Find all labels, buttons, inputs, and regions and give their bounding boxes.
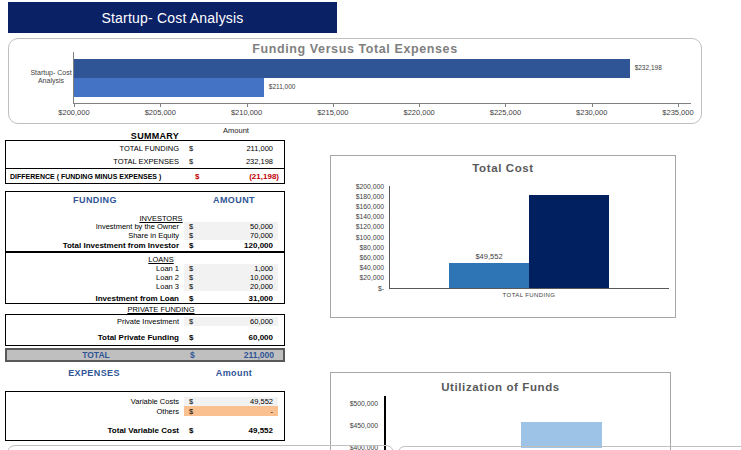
row-value: - [202, 407, 278, 416]
chart-title: Total Cost [331, 162, 675, 174]
row-label: Total Variable Cost [6, 426, 184, 435]
row-amount-cells: $232,198 [184, 155, 278, 168]
row-currency: $ [184, 407, 202, 416]
table-row: TOTAL FUNDING$211,000 [6, 142, 284, 155]
table-row: Loan 2$10,000 [6, 273, 284, 282]
variable-cost-bar [449, 263, 529, 288]
private-funding-subheader: PRIVATE FUNDING [5, 305, 285, 314]
row-label: Total Investment from Investor [6, 241, 184, 250]
y-tick-label: $- [336, 285, 384, 292]
funding-heading: FUNDING [6, 195, 184, 205]
row-label: Loan 2 [6, 273, 184, 282]
x-axis-line [389, 288, 669, 289]
funding-amount-header: AMOUNT [184, 195, 284, 205]
y-tick-label: $120,000 [336, 223, 384, 230]
difference-value: (21,198) [208, 172, 284, 181]
table-row: Loan 3$20,000 [6, 282, 284, 291]
total-row: Total Variable Cost$49,552 [6, 425, 284, 436]
cutoff-section-frame-left [7, 445, 394, 450]
category-axis-label-line1: Startup- Cost [21, 69, 81, 77]
row-amount-cells[interactable]: $60,000 [184, 317, 278, 326]
x-tick-label: $220,000 [389, 108, 449, 117]
row-amount-cells[interactable]: $50,000 [184, 222, 278, 231]
row-label: Others [6, 407, 184, 416]
funds-bar [521, 422, 602, 448]
row-currency: $ [184, 231, 202, 240]
x-tick-mark [505, 103, 506, 107]
expenses-heading: EXPENSES [5, 368, 183, 378]
y-tick-label: $500,000 [335, 400, 378, 407]
expenses-header-row: EXPENSES Amount [5, 367, 285, 378]
row-amount-cells[interactable]: $1,000 [184, 264, 278, 273]
row-currency: $ [184, 273, 202, 282]
loans-subheader-row: LOANS [6, 255, 284, 264]
row-value: 50,000 [202, 222, 278, 231]
row-currency: $ [184, 397, 202, 406]
y-tick-label: $60,000 [336, 254, 384, 261]
row-label: Loan 3 [6, 282, 184, 291]
x-category-label: TOTAL FUNDING [449, 292, 609, 298]
table-row: Investment by the Owner$50,000 [6, 222, 284, 231]
x-tick-mark [592, 103, 593, 107]
row-currency: $ [184, 282, 202, 291]
fixed-cost-bar [529, 195, 609, 288]
funding-vs-expenses-chart: Funding Versus Total Expenses Startup- C… [8, 38, 702, 124]
difference-row: DIFFERENCE ( FUNDING MINUS EXPENSES ) $ … [5, 168, 285, 184]
bar-data-label: $211,000 [269, 83, 296, 90]
row-currency: $ [184, 144, 202, 153]
row-value: 20,000 [202, 282, 278, 291]
y-tick-label: $20,000 [336, 274, 384, 281]
row-currency: $ [184, 333, 202, 342]
loans-rows: Loan 1$1,000Loan 2$10,000Loan 3$20,000In… [6, 264, 284, 304]
total-row: Total Private Funding$60,000 [6, 332, 284, 343]
row-amount-cells: $120,000 [184, 240, 278, 251]
x-tick-label: $200,000 [44, 108, 104, 117]
chart-title: Utilization of Funds [331, 381, 670, 393]
y-tick-label: $180,000 [336, 193, 384, 200]
row-amount-cells: $60,000 [184, 332, 278, 343]
loans-subheader: LOANS [6, 255, 284, 264]
row-amount-cells[interactable]: $10,000 [184, 273, 278, 282]
row-value: 10,000 [202, 273, 278, 282]
row-amount-cells[interactable]: $20,000 [184, 282, 278, 291]
table-row: Loan 1$1,000 [6, 264, 284, 273]
expenses-table: Variable Costs$49,552Others$-Total Varia… [5, 391, 285, 441]
row-label: Total Private Funding [6, 333, 184, 342]
table-row: Share in Equity$70,000 [6, 231, 284, 240]
difference-cells: $ (21,198) [190, 169, 284, 183]
row-amount-cells[interactable]: $49,552 [184, 397, 278, 406]
startup-cost-dashboard: { "title": "Startup- Cost Analysis", "co… [0, 0, 741, 450]
row-label: Investment by the Owner [6, 222, 184, 231]
x-tick-label: $225,000 [475, 108, 535, 117]
row-value: 211,000 [202, 144, 278, 153]
total-funding-bar [74, 78, 264, 97]
table-row: Variable Costs$49,552 [6, 397, 284, 406]
bar-data-label: $49,552 [449, 252, 529, 261]
x-tick-mark [160, 103, 161, 107]
row-amount-cells[interactable]: $70,000 [184, 231, 278, 240]
summary-table: TOTAL FUNDING$211,000TOTAL EXPENSES$232,… [5, 140, 285, 169]
row-value: 60,000 [202, 317, 278, 326]
row-amount-cells: $31,000 [184, 293, 278, 304]
row-amount-cells: $49,552 [184, 425, 278, 436]
difference-label: DIFFERENCE ( FUNDING MINUS EXPENSES ) [6, 173, 190, 180]
spacer [6, 416, 284, 425]
row-amount-cells[interactable]: $- [184, 406, 278, 416]
table-row: TOTAL EXPENSES$232,198 [6, 155, 284, 168]
row-label: Loan 1 [6, 264, 184, 273]
total-row: Investment from Loan$31,000 [6, 293, 284, 304]
x-tick-label: $230,000 [562, 108, 622, 117]
table-row: Private Investment$60,000 [6, 317, 284, 326]
summary-amount-header: Amount [196, 126, 276, 135]
row-currency: $ [184, 294, 202, 303]
funding-total-row: TOTAL $ 211,000 [5, 348, 285, 362]
category-axis-label-line2: Analysis [21, 77, 81, 85]
row-currency: $ [184, 157, 202, 166]
total-cost-chart: Total Cost $200,000$180,000$160,000$140,… [330, 155, 676, 318]
row-value: 1,000 [202, 264, 278, 273]
table-row: Others$- [6, 406, 284, 416]
x-axis-line [73, 103, 691, 104]
row-value: 70,000 [202, 231, 278, 240]
row-value: 60,000 [202, 333, 278, 342]
y-tick-label: $100,000 [336, 234, 384, 241]
